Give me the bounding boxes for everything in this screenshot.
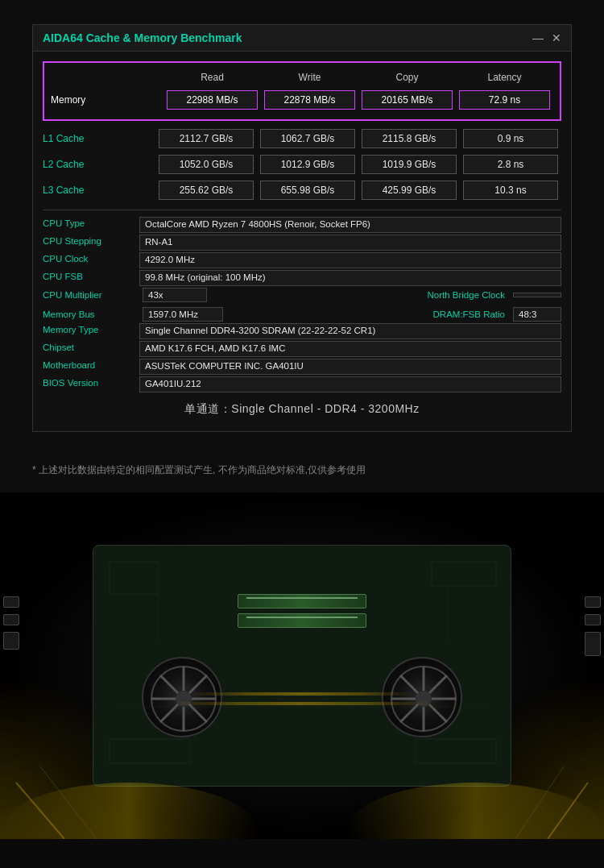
memory-latency-value: 72.9 ns	[459, 90, 550, 110]
l1-read-cell: 2112.7 GB/s	[159, 129, 254, 148]
memory-write-value: 22878 MB/s	[264, 90, 355, 110]
memory-read-cell: 22988 MB/s	[167, 90, 258, 110]
l2-copy-value: 1019.9 GB/s	[362, 155, 457, 174]
l2-read-value: 1052.0 GB/s	[159, 155, 254, 174]
l3-copy-cell: 425.99 GB/s	[362, 181, 457, 200]
cpu-multiplier-value: 43x	[143, 288, 207, 302]
memory-write-cell: 22878 MB/s	[264, 90, 355, 110]
chipset-row: Chipset AMD K17.6 FCH, AMD K17.6 IMC	[43, 341, 561, 357]
svg-rect-20	[110, 562, 158, 594]
north-bridge-value	[513, 293, 561, 297]
motherboard-label: Motherboard	[43, 359, 139, 375]
col-header-latency: Latency	[456, 69, 553, 85]
north-bridge-label: North Bridge Clock	[405, 290, 510, 300]
bench-header-row: Read Write Copy Latency	[51, 69, 553, 85]
svg-rect-21	[432, 562, 496, 586]
bench-row-l3: L3 Cache 255.62 GB/s 655.98 GB/s 425.99 …	[43, 181, 561, 200]
cpu-multiplier-label: CPU Multiplier	[43, 289, 139, 301]
memory-bus-row: Memory Bus 1597.0 MHz DRAM:FSB Ratio 48:…	[43, 307, 561, 322]
memory-copy-value: 20165 MB/s	[362, 90, 453, 110]
col-header-empty	[51, 69, 163, 85]
memory-type-value: Single Channel DDR4-3200 SDRAM (22-22-22…	[139, 323, 561, 339]
l1-write-cell: 1062.7 GB/s	[260, 129, 355, 148]
memory-bus-value: 1597.0 MHz	[143, 307, 223, 322]
dram-fsb-value: 48:3	[513, 307, 561, 322]
memory-copy-cell: 20165 MB/s	[362, 90, 453, 110]
memory-type-label: Memory Type	[43, 323, 139, 339]
l2-read-cell: 1052.0 GB/s	[159, 155, 254, 174]
page-wrapper: AIDA64 Cache & Memory Benchmark — ✕ Read…	[0, 0, 604, 839]
col-header-write: Write	[261, 69, 358, 85]
l3-write-cell: 655.98 GB/s	[260, 181, 355, 200]
l2-write-value: 1012.9 GB/s	[260, 155, 355, 174]
memory-bus-label: Memory Bus	[43, 308, 139, 321]
l1-copy-value: 2115.8 GB/s	[362, 129, 457, 148]
l3-write-value: 655.98 GB/s	[260, 181, 355, 200]
window-titlebar: AIDA64 Cache & Memory Benchmark — ✕	[33, 25, 571, 52]
hardware-section	[0, 492, 604, 839]
window-box: AIDA64 Cache & Memory Benchmark — ✕ Read…	[32, 24, 572, 432]
memory-label: Memory	[51, 93, 163, 107]
window-title: AIDA64 Cache & Memory Benchmark	[43, 31, 242, 44]
l2-label: L2 Cache	[43, 157, 155, 172]
window-controls: — ✕	[532, 31, 561, 44]
cpu-clock-row: CPU Clock 4292.0 MHz	[43, 252, 561, 268]
channel-text: 单通道：Single Channel - DDR4 - 3200MHz	[43, 394, 561, 422]
window-content: Read Write Copy Latency Memory 22988 MB/…	[33, 52, 571, 431]
l3-read-cell: 255.62 GB/s	[159, 181, 254, 200]
disclaimer: * 上述对比数据由特定的相同配置测试产生, 不作为商品绝对标准,仅供参考使用	[0, 448, 604, 492]
l1-write-value: 1062.7 GB/s	[260, 129, 355, 148]
left-ports	[0, 596, 19, 650]
cpu-fsb-label: CPU FSB	[43, 270, 139, 286]
right-ports	[585, 596, 604, 656]
cpu-stepping-row: CPU Stepping RN-A1	[43, 235, 561, 251]
minimize-button[interactable]: —	[532, 31, 544, 44]
cpu-stepping-value: RN-A1	[139, 235, 561, 251]
info-section: CPU Type OctalCore AMD Ryzen 7 4800HS (R…	[43, 210, 561, 392]
l2-write-cell: 1012.9 GB/s	[260, 155, 355, 174]
svg-point-28	[346, 783, 604, 839]
cpu-fsb-row: CPU FSB 99.8 MHz (original: 100 MHz)	[43, 270, 561, 286]
col-header-read: Read	[163, 69, 261, 85]
bios-label: BIOS Version	[43, 376, 139, 392]
l2-copy-cell: 1019.9 GB/s	[362, 155, 457, 174]
cpu-fsb-value: 99.8 MHz (original: 100 MHz)	[139, 270, 561, 286]
bios-value: GA401IU.212	[139, 376, 561, 392]
dram-fsb-label: DRAM:FSB Ratio	[405, 309, 510, 319]
motherboard-row: Motherboard ASUSTeK COMPUTER INC. GA401I…	[43, 359, 561, 375]
l2-latency-cell: 2.8 ns	[463, 155, 558, 174]
l3-label: L3 Cache	[43, 183, 155, 197]
l1-latency-value: 0.9 ns	[463, 129, 558, 148]
l2-latency-value: 2.8 ns	[463, 155, 558, 174]
motherboard-value: ASUSTeK COMPUTER INC. GA401IU	[139, 359, 561, 375]
disclaimer-text: * 上述对比数据由特定的相同配置测试产生, 不作为商品绝对标准,仅供参考使用	[32, 464, 366, 476]
cpu-type-row: CPU Type OctalCore AMD Ryzen 7 4800HS (R…	[43, 217, 561, 233]
l3-copy-value: 425.99 GB/s	[362, 181, 457, 200]
memory-read-value: 22988 MB/s	[167, 90, 258, 110]
close-button[interactable]: ✕	[552, 31, 561, 44]
benchmark-table-outer: Read Write Copy Latency Memory 22988 MB/…	[43, 61, 561, 121]
l1-label: L1 Cache	[43, 131, 155, 146]
col-header-copy: Copy	[358, 69, 456, 85]
cpu-multiplier-row: CPU Multiplier 43x North Bridge Clock	[43, 288, 561, 302]
svg-point-27	[0, 783, 258, 839]
cpu-clock-value: 4292.0 MHz	[139, 252, 561, 268]
bios-row: BIOS Version GA401IU.212	[43, 376, 561, 392]
l3-read-value: 255.62 GB/s	[159, 181, 254, 200]
bench-row-l1: L1 Cache 2112.7 GB/s 1062.7 GB/s 2115.8 …	[43, 129, 561, 148]
l1-latency-cell: 0.9 ns	[463, 129, 558, 148]
l3-latency-value: 10.3 ns	[463, 181, 558, 200]
l1-copy-cell: 2115.8 GB/s	[362, 129, 457, 148]
bench-row-l2: L2 Cache 1052.0 GB/s 1012.9 GB/s 1019.9 …	[43, 155, 561, 174]
cpu-type-label: CPU Type	[43, 217, 139, 233]
glow-streaks	[0, 718, 604, 839]
benchmark-section: AIDA64 Cache & Memory Benchmark — ✕ Read…	[0, 0, 604, 448]
memory-type-row: Memory Type Single Channel DDR4-3200 SDR…	[43, 323, 561, 339]
chipset-label: Chipset	[43, 341, 139, 357]
chipset-value: AMD K17.6 FCH, AMD K17.6 IMC	[139, 341, 561, 357]
cpu-clock-label: CPU Clock	[43, 252, 139, 268]
hardware-bg	[0, 492, 604, 839]
memory-latency-cell: 72.9 ns	[459, 90, 550, 110]
bench-row-memory: Memory 22988 MB/s 22878 MB/s 20165 MB/s …	[51, 90, 553, 110]
l1-read-value: 2112.7 GB/s	[159, 129, 254, 148]
